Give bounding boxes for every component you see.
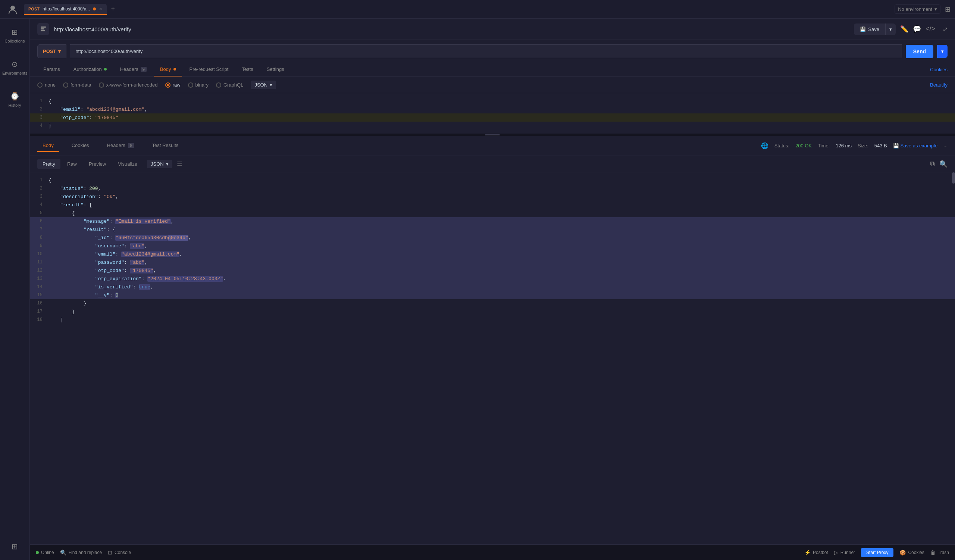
response-tab-cookies[interactable]: Cookies (66, 139, 94, 152)
resp-line-1: 1 { (30, 176, 955, 184)
body-type-none[interactable]: none (37, 82, 56, 88)
tab-pre-request[interactable]: Pre-request Script (183, 63, 235, 77)
json-format-label: JSON (254, 82, 268, 88)
status-indicator: Online (36, 550, 54, 555)
scrollbar-thumb[interactable] (952, 172, 955, 183)
sidebar-item-environments[interactable]: ⊙ Environments (0, 57, 30, 78)
resp-line-15: 15 "__v": 0 (30, 291, 955, 299)
body-type-graphql[interactable]: GraphQL (216, 82, 243, 88)
tab-tests[interactable]: Tests (236, 63, 259, 77)
history-icon: ⌚ (10, 92, 19, 101)
binary-radio[interactable] (188, 83, 193, 88)
postbot-button[interactable]: ⚡ Postbot (804, 549, 828, 555)
request-tabs: Params Authorization Headers 9 Body Pre-… (30, 63, 955, 77)
expand-icon[interactable]: ⤢ (943, 26, 947, 33)
body-type-binary[interactable]: binary (188, 82, 208, 88)
body-active-dot (174, 68, 176, 70)
sidebar-item-history[interactable]: ⌚ History (5, 89, 24, 110)
body-type-raw[interactable]: raw (165, 82, 180, 88)
tab-bar: POST http://localhost:4000/a... × + (24, 4, 895, 15)
response-more-options[interactable]: ··· (943, 143, 947, 149)
resp-line-4: 4 "result": [ (30, 201, 955, 209)
resp-line-17: 17 } (30, 307, 955, 316)
response-json-label: JSON (151, 161, 164, 167)
add-tab-button[interactable]: + (108, 4, 118, 14)
resp-line-12: 12 "otp_code": "170845", (30, 266, 955, 275)
none-radio[interactable] (37, 83, 42, 88)
collection-icon[interactable]: ⊞ (945, 5, 950, 13)
response-headers-badge: 8 (128, 143, 134, 148)
copy-icon[interactable]: ⧉ (930, 160, 935, 168)
tab-url: http://localhost:4000/a... (42, 6, 90, 12)
body-line-3: 3 "otp_code": "170845" (30, 113, 955, 122)
response-body-viewer[interactable]: 1 { 2 "status": 200, 3 "description": "O… (30, 172, 955, 544)
tab-params[interactable]: Params (37, 63, 66, 77)
console-button[interactable]: ⊡ Console (108, 549, 131, 555)
request-header: http://localhost:4000/auth/verify 💾 Save… (30, 19, 955, 40)
response-format-selector[interactable]: JSON ▾ (147, 160, 172, 168)
cookies-button[interactable]: 🍪 Cookies (899, 549, 924, 555)
main-layout: ⊞ Collections ⊙ Environments ⌚ History ⊞ (0, 19, 955, 560)
response-tab-test-results[interactable]: Test Results (147, 139, 184, 152)
svg-rect-3 (41, 30, 45, 31)
env-chevron-icon: ▾ (935, 6, 937, 12)
tab-settings[interactable]: Settings (261, 63, 290, 77)
save-main-button[interactable]: 💾 Save (854, 23, 885, 35)
environment-selector[interactable]: No environment ▾ (895, 5, 941, 14)
start-proxy-button[interactable]: Start Proxy (861, 548, 894, 557)
response-tab-body[interactable]: Body (37, 139, 59, 152)
fmt-tab-pretty[interactable]: Pretty (37, 159, 60, 169)
url-input[interactable] (70, 44, 902, 58)
save-as-example-button[interactable]: 💾 Save as example (893, 143, 938, 149)
env-label: No environment (898, 6, 932, 12)
edit-icon[interactable]: ✏️ (900, 25, 908, 33)
top-bar: POST http://localhost:4000/a... × + No e… (0, 0, 955, 19)
body-type-urlencoded[interactable]: x-www-form-urlencoded (99, 82, 158, 88)
code-icon[interactable]: </> (925, 25, 935, 33)
graphql-radio[interactable] (216, 83, 221, 88)
resp-line-16: 16 } (30, 299, 955, 307)
raw-radio[interactable] (165, 83, 171, 88)
fmt-tab-raw[interactable]: Raw (62, 159, 82, 169)
fmt-tab-visualize[interactable]: Visualize (113, 159, 142, 169)
comment-icon[interactable]: 💬 (913, 25, 921, 33)
urlencoded-radio[interactable] (99, 83, 104, 88)
content-area: http://localhost:4000/auth/verify 💾 Save… (30, 19, 955, 560)
send-dropdown-button[interactable]: ▾ (937, 45, 947, 58)
tab-close-button[interactable]: × (99, 6, 102, 12)
request-tab[interactable]: POST http://localhost:4000/a... × (24, 4, 107, 15)
body-type-form-data[interactable]: form-data (63, 82, 91, 88)
response-tabs: Body Cookies Headers 8 Test Results 🌐 St… (30, 136, 955, 156)
find-replace-button[interactable]: 🔍 Find and replace (60, 549, 102, 555)
console-icon: ⊡ (108, 549, 112, 555)
tab-authorization[interactable]: Authorization (67, 63, 113, 77)
tab-body[interactable]: Body (154, 63, 182, 77)
form-data-radio[interactable] (63, 83, 68, 88)
svg-rect-2 (41, 28, 44, 30)
save-dropdown-button[interactable]: ▾ (885, 23, 896, 35)
resp-line-14: 14 "is_verified": true, (30, 283, 955, 291)
json-format-selector[interactable]: JSON ▾ (251, 81, 276, 89)
beautify-button[interactable]: Beautify (930, 82, 947, 88)
resp-line-7: 7 "result": { (30, 225, 955, 233)
response-tab-headers[interactable]: Headers 8 (102, 139, 139, 152)
fmt-tab-preview[interactable]: Preview (83, 159, 111, 169)
body-line-2: 2 "email": "abcd1234@gmail.com", (30, 105, 955, 113)
header-icons: ✏️ 💬 </> (900, 25, 935, 33)
trash-button[interactable]: 🗑 Trash (930, 549, 949, 555)
resp-line-8: 8 "_id": "660fcfdea65d30cdbg0e39b", (30, 233, 955, 242)
cookies-link[interactable]: Cookies (930, 67, 947, 72)
send-button[interactable]: Send (906, 45, 933, 58)
filter-icon[interactable]: ☰ (177, 160, 182, 167)
json-format-chevron: ▾ (270, 82, 272, 88)
user-avatar[interactable] (5, 4, 21, 14)
environments-icon: ⊙ (12, 60, 18, 69)
collections-icon: ⊞ (12, 28, 18, 36)
tab-headers[interactable]: Headers 9 (114, 63, 153, 77)
search-icon[interactable]: 🔍 (939, 160, 947, 168)
sidebar-item-collections[interactable]: ⊞ Collections (2, 25, 28, 46)
method-selector[interactable]: POST ▾ (37, 44, 66, 58)
runner-button[interactable]: ▷ Runner (834, 549, 855, 555)
new-collection-button[interactable]: ⊞ (9, 539, 21, 554)
request-body-editor[interactable]: 1 { 2 "email": "abcd1234@gmail.com", 3 "… (30, 93, 955, 134)
